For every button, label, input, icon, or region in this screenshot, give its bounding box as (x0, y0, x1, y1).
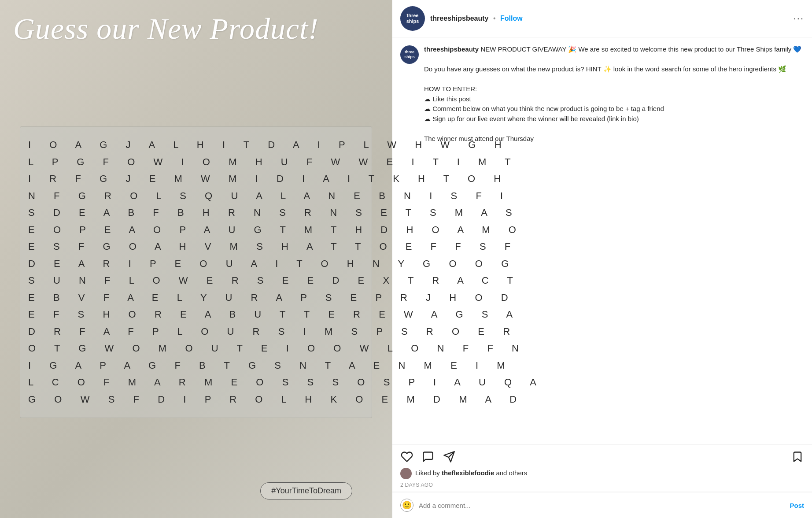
header-dot: • (493, 15, 496, 22)
word-search-container: I O A G J A L H I T D A I P L W H W G H … (20, 126, 372, 418)
likes-row: Liked by theflexiblefoodie and others (400, 468, 804, 479)
more-options-button[interactable]: ··· (794, 13, 804, 24)
post-actions: Liked by theflexiblefoodie and others 2 … (392, 445, 812, 492)
avatar[interactable]: three ships (400, 6, 425, 31)
bookmark-icon (791, 451, 804, 463)
caption-username[interactable]: threeshipsbeauty (424, 45, 479, 53)
likes-text: Liked by theflexiblefoodie and others (415, 469, 527, 477)
follow-button[interactable]: Follow (500, 15, 523, 22)
image-title: Guess our New Product! (13, 12, 379, 45)
share-icon (443, 451, 455, 463)
hashtag-badge: #YourTimeToDream (260, 482, 352, 500)
caption-body: threeshipsbeauty NEW PRODUCT GIVEAWAY 🎉 … (424, 44, 801, 144)
emoji-button[interactable]: 🙂 (400, 499, 413, 512)
liked-username[interactable]: theflexiblefoodie (442, 469, 494, 477)
comment-button[interactable] (421, 450, 435, 463)
caption-row: three ships threeshipsbeauty NEW PRODUCT… (400, 44, 804, 144)
caption-text: NEW PRODUCT GIVEAWAY 🎉 We are so excited… (424, 45, 801, 142)
comment-icon (422, 451, 434, 463)
post-image-panel: Guess our New Product! I O A G J A L H I… (0, 0, 392, 518)
comment-input-row: 🙂 Post (392, 492, 812, 518)
time-ago: 2 DAYS AGO (400, 482, 804, 488)
post-header: three ships threeshipsbeauty • Follow ··… (392, 0, 812, 37)
action-icons-row (400, 450, 804, 463)
post-button[interactable]: Post (790, 502, 804, 509)
caption-avatar[interactable]: three ships (400, 45, 419, 64)
comment-input[interactable] (419, 502, 784, 509)
word-search-grid: I O A G J A L H I T D A I P L W H W G H … (28, 137, 364, 408)
like-button[interactable] (400, 450, 413, 463)
bookmark-button[interactable] (791, 450, 804, 463)
header-username[interactable]: threeshipsbeauty (430, 15, 488, 22)
heart-icon (401, 451, 413, 463)
liked-avatar[interactable] (400, 468, 412, 479)
share-button[interactable] (443, 450, 456, 463)
